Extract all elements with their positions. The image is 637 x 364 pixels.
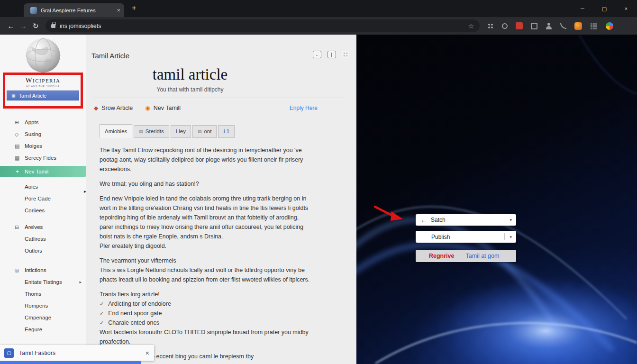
sidebar-item-label: Thoms xyxy=(25,291,41,297)
toast-progress-bar xyxy=(0,361,141,364)
sidebar-item-eegure[interactable]: Eegure xyxy=(0,323,86,335)
sidebar-item-enitate-tiatings[interactable]: Enitate Tiatings ▸ xyxy=(0,276,86,288)
sidebar-section-label: Arelves xyxy=(25,224,43,230)
show-article-link[interactable]: ◆ Srow Article xyxy=(94,105,133,111)
sidebar-section-arelves[interactable]: ⊟ Arelves xyxy=(0,221,86,233)
annotation-arrow xyxy=(373,203,408,227)
page-viewport: Wiciperia AY ANS TNE JNODILE ▣ Tamil Art… xyxy=(0,35,637,364)
new-tamil-icon: ◉ xyxy=(145,105,150,111)
sidebar-item-thoms[interactable]: Thoms xyxy=(0,288,86,300)
search-dropdown-label: Satch xyxy=(431,217,446,223)
sidebar-item-new-tamil-active[interactable]: + Nev Tamil xyxy=(0,166,86,177)
article-header-title: Tamil Article xyxy=(91,52,129,60)
back-panel-icon[interactable]: ← xyxy=(313,51,321,58)
checklist-label: End nerd spoor gate xyxy=(108,309,162,318)
close-button[interactable]: × xyxy=(615,0,637,17)
checklist-label: Charale cnted oncs xyxy=(108,318,159,328)
sidebar-item-susing[interactable]: ◇ Susing xyxy=(0,128,86,140)
extension-grid-icon[interactable] xyxy=(590,22,598,30)
tab-ont[interactable]: ▤ ont xyxy=(192,125,217,138)
paragraph: Wort facclents forouuthr CLOTo THITED si… xyxy=(100,328,311,346)
sidebar-item-label: Outlors xyxy=(25,248,42,254)
notification-toast[interactable]: ▢ Tamil Fastiors × xyxy=(0,345,154,361)
show-article-icon: ◆ xyxy=(94,105,98,111)
tab-amiobies[interactable]: Amiobies xyxy=(100,124,132,138)
record-icon[interactable] xyxy=(502,23,508,29)
address-bar[interactable]: ins jomiisopliets ☆ xyxy=(46,19,480,32)
article-panel: Tamil Article ← tamil article You that w… xyxy=(86,35,356,364)
article-title: tamil article xyxy=(86,66,294,83)
expand-arrow-icon[interactable]: ▸ xyxy=(79,280,82,284)
sidebar-section-intictions[interactable]: ◎ Intictions xyxy=(0,264,86,276)
sidebar-item-label: Aoics xyxy=(25,184,38,190)
new-tamil-link[interactable]: ◉ Nev Tamill xyxy=(145,105,181,111)
extension-red-icon[interactable] xyxy=(516,22,523,29)
checklist-item: ✓ Ardicting tor of endoiore xyxy=(100,299,311,309)
grid-icon: ⊞ xyxy=(15,119,19,125)
minimize-button[interactable]: ─ xyxy=(572,0,593,17)
sidebar-item-rompens[interactable]: Rompens xyxy=(0,300,86,311)
apps-grid-icon[interactable] xyxy=(487,23,494,29)
article-subtitle: You that with tamil ditipchy xyxy=(86,86,294,93)
feed-icon[interactable] xyxy=(560,23,566,29)
annotation-box: Wiciperia AY ANS TNE JNODILE ▣ Tamil Art… xyxy=(3,73,83,109)
chevron-down-icon[interactable]: ▾ xyxy=(510,235,512,239)
sidebar-item-aoics[interactable]: Aoics xyxy=(0,181,86,192)
back-button[interactable]: ← xyxy=(5,22,17,30)
tamil-at-gom-label: Tamil at gom xyxy=(466,253,500,259)
tab-label: L1 xyxy=(223,128,229,134)
tab-steridts[interactable]: ▤ Steridts xyxy=(134,125,169,138)
wallpaper-light-streaks xyxy=(356,35,637,364)
tab-lley[interactable]: Lley xyxy=(171,125,191,138)
forward-button[interactable]: → xyxy=(17,22,29,30)
tab-icon: ▤ xyxy=(198,129,202,134)
tab-l1[interactable]: L1 xyxy=(218,125,235,138)
publish-dropdown[interactable]: Publish ▾ xyxy=(416,231,516,243)
tab-label: Lley xyxy=(176,128,186,134)
apply-here-link[interactable]: Enply Here xyxy=(290,105,318,111)
tamil-article-button[interactable]: ▣ Tamil Article xyxy=(7,91,79,100)
search-dropdown[interactable]: ← Satch ▾ xyxy=(416,214,516,226)
sidebar-item-corliees[interactable]: Corliees xyxy=(0,204,86,216)
sidebar-item-pore-cade[interactable]: Pore Cade xyxy=(0,192,86,204)
sidebar-item-label: Susing xyxy=(25,131,41,137)
sidebar-item-label: Catliress xyxy=(25,236,46,242)
reader-icon[interactable] xyxy=(328,51,336,58)
sidebar-item-appts[interactable]: ⊞ Appts xyxy=(0,116,86,128)
sidebar-item-moiges[interactable]: ▤ Moiges xyxy=(0,140,86,152)
paragraph: Pler ereately ting digoold. xyxy=(100,241,311,251)
back-arrow-icon[interactable]: ← xyxy=(420,217,427,224)
chevron-down-icon[interactable]: ▾ xyxy=(510,218,512,222)
tab-label: Steridts xyxy=(146,128,164,134)
sidebar-nav: ⊞ Appts ◇ Susing ▤ Moiges ▦ Serecy Fides… xyxy=(0,116,86,353)
sidebar-item-label: Serecy Fides xyxy=(25,155,56,161)
article-icon: ▣ xyxy=(11,93,16,98)
notes-extension-icon[interactable] xyxy=(531,23,537,29)
regnrive-label: Regnrive xyxy=(429,253,455,259)
reload-button[interactable]: ↻ xyxy=(29,22,42,30)
tab-close-icon[interactable]: × xyxy=(117,7,120,14)
extension-color-wheel-icon[interactable] xyxy=(606,22,613,30)
sidebar-item-outlors[interactable]: Outlors xyxy=(0,245,86,256)
bookmark-star-icon[interactable]: ☆ xyxy=(468,22,474,30)
maximize-button[interactable]: ▢ xyxy=(593,0,615,17)
regnrive-button[interactable]: Regnrive Tamil at gom xyxy=(416,250,516,262)
menu-dots-icon[interactable] xyxy=(342,51,349,58)
extension-sunset-icon[interactable] xyxy=(574,22,582,30)
article-header-icons: ← xyxy=(313,51,349,58)
check-icon: ✓ xyxy=(100,309,104,318)
sidebar-item-serecy-fides[interactable]: ▦ Serecy Fides xyxy=(0,152,86,164)
article-header: Tamil Article ← xyxy=(86,35,356,63)
browser-tab[interactable]: Gral Aesplerre Fetures × xyxy=(24,3,124,17)
sidebar-item-catliress[interactable]: Catliress xyxy=(0,233,86,245)
target-icon: ◎ xyxy=(15,267,19,273)
toast-close-icon[interactable]: × xyxy=(146,349,149,357)
tab-icon: ▤ xyxy=(139,129,143,134)
sidebar-item-cmpenage[interactable]: Cmpenage xyxy=(0,311,86,323)
sidebar-item-label: Appts xyxy=(25,119,38,125)
url-text[interactable]: ins jomiisopliets xyxy=(60,23,468,29)
profile-icon[interactable] xyxy=(546,23,552,29)
article-body: The tlay Tamil Etrow recpocking ront of … xyxy=(86,138,356,361)
new-tab-button[interactable]: + xyxy=(129,4,139,12)
toast-label: Tamil Fastiors xyxy=(19,350,146,356)
